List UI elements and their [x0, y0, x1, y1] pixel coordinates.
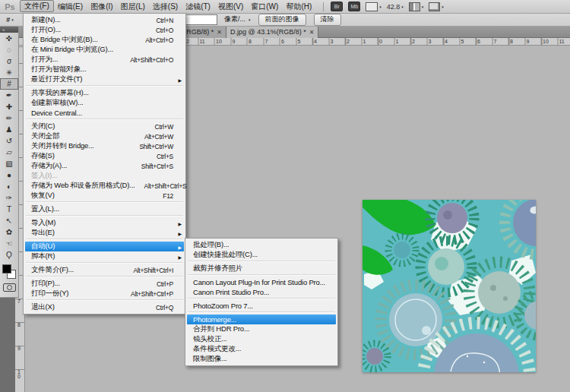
quick-selection-tool[interactable]: ✳: [0, 67, 18, 78]
menu-item[interactable]: 共享我的屏幕(H)...: [25, 88, 184, 98]
open-document-image[interactable]: [363, 200, 536, 372]
menu-item[interactable]: 创建新审核(W)...: [25, 98, 184, 108]
menu-item[interactable]: 裁剪并修齐照片: [187, 264, 336, 273]
menu-item[interactable]: Device Central...: [25, 108, 184, 118]
menu-item[interactable]: 在 Mini Bridge 中浏览(G)...: [25, 45, 184, 55]
close-icon[interactable]: ✕: [217, 29, 222, 36]
path-selection-tool[interactable]: ↖: [0, 215, 18, 226]
screen-mode-dropdown[interactable]: ▾: [429, 2, 444, 11]
menu-item[interactable]: 批处理(B)...: [187, 240, 336, 250]
menu-item[interactable]: 新建(N)...Ctrl+N: [25, 15, 184, 25]
menu-item[interactable]: 关闭全部Alt+Ctrl+W: [25, 131, 184, 141]
move-tool[interactable]: ✜: [0, 33, 18, 44]
zoom-level-dropdown[interactable]: 42.8 ▾: [387, 3, 404, 11]
dodge-tool[interactable]: ◐: [0, 181, 18, 192]
mini-bridge-icon[interactable]: Mb: [348, 2, 360, 11]
front-image-button[interactable]: 前面的图像: [258, 14, 306, 26]
menu-item[interactable]: 关闭(C)Ctrl+W: [25, 122, 184, 131]
menu-item[interactable]: 限制图像...: [187, 354, 336, 364]
menu-item[interactable]: 打开为...Alt+Shift+Ctrl+O: [25, 55, 184, 65]
menu-item[interactable]: 恢复(V)F12: [25, 191, 184, 201]
quick-mask-button[interactable]: [3, 283, 16, 292]
menu-item[interactable]: 打印(P)...Ctrl+P: [25, 279, 184, 289]
menu-item-shortcut: Ctrl+Q: [147, 304, 173, 311]
menu-item[interactable]: 自动(U)▶: [25, 242, 184, 251]
view-extras-icon: [366, 2, 378, 11]
menu-item[interactable]: 退出(X)Ctrl+Q: [25, 302, 184, 312]
toolbox-collapse-icon[interactable]: »: [0, 27, 18, 33]
menu-items: 文件(F)编辑(E)图像(I)图层(L)选择(S)滤镜(T)视图(V)窗口(W)…: [20, 0, 315, 13]
menubar-item[interactable]: 图像(I): [87, 0, 116, 13]
tool-preset-picker[interactable]: # ▾: [0, 16, 20, 24]
menu-item[interactable]: 打印一份(Y)Alt+Shift+Ctrl+P: [25, 289, 184, 299]
crop-tool[interactable]: #: [0, 78, 18, 90]
menu-item[interactable]: 打开为智能对象...: [25, 65, 184, 74]
clone-stamp-tool[interactable]: ♟: [0, 124, 18, 135]
menu-item[interactable]: Photomerge...: [187, 315, 336, 324]
menu-item[interactable]: 存储(S)Ctrl+S: [25, 151, 184, 161]
quick-selection-tool-icon: ✳: [6, 68, 12, 77]
menu-item[interactable]: 存储为 Web 和设备所用格式(D)...Alt+Shift+Ctrl+S: [25, 181, 184, 191]
menu-item[interactable]: 合并到 HDR Pro...: [187, 324, 336, 334]
shape-tool[interactable]: ✿: [0, 226, 18, 238]
brush-tool[interactable]: ✏: [0, 112, 18, 124]
blur-tool[interactable]: ●: [0, 169, 18, 181]
crop-width-input[interactable]: [181, 14, 217, 25]
menubar-item[interactable]: 编辑(E): [54, 0, 87, 13]
hand-tool[interactable]: ☜: [0, 238, 18, 249]
menubar-item[interactable]: 图层(L): [117, 0, 149, 13]
ruler-number: 5: [461, 39, 464, 44]
menu-item[interactable]: 置入(L)...: [25, 204, 184, 214]
lasso-tool[interactable]: σ: [0, 55, 18, 67]
marquee-tool[interactable]: ◌: [0, 44, 18, 55]
bridge-icon[interactable]: Br: [331, 2, 343, 11]
menu-item[interactable]: 打开(O)...Ctrl+O: [25, 25, 184, 35]
type-tool[interactable]: T: [0, 204, 18, 215]
blur-tool-icon: ●: [7, 171, 11, 179]
ruler-number: 4: [445, 39, 448, 44]
menubar-item[interactable]: 窗口(W): [247, 0, 282, 13]
menu-item[interactable]: 创建快捷批处理(C)...: [187, 250, 336, 260]
menu-item-label: 创建快捷批处理(C)...: [193, 250, 258, 260]
ruler-number: 11: [200, 39, 205, 44]
menu-separator: [26, 215, 183, 217]
menu-item[interactable]: 关闭并转到 Bridge...Shift+Ctrl+W: [25, 141, 184, 151]
menu-item[interactable]: 在 Bridge 中浏览(B)...Alt+Ctrl+O: [25, 35, 184, 45]
menu-item[interactable]: Canon Print Studio Pro...: [187, 287, 336, 297]
menubar-item[interactable]: 视图(V): [214, 0, 247, 13]
clear-button[interactable]: 清除: [314, 14, 341, 26]
lasso-tool-icon: σ: [7, 57, 11, 65]
zoom-tool[interactable]: Ϙ: [0, 249, 18, 261]
menubar-item[interactable]: 滤镜(T): [182, 0, 214, 13]
menu-item[interactable]: 最近打开文件(T)▶: [25, 74, 184, 84]
menu-item[interactable]: 条件模式更改...: [187, 344, 336, 354]
eraser-tool[interactable]: ▱: [0, 147, 18, 158]
ruler-number: 1: [363, 39, 366, 44]
menu-item[interactable]: 存储为(A)...Shift+Ctrl+S: [25, 161, 184, 171]
menubar-item[interactable]: 选择(S): [149, 0, 182, 13]
menu-item[interactable]: 文件简介(F)...Alt+Shift+Ctrl+I: [25, 265, 184, 275]
menu-item[interactable]: 脚本(R)▶: [25, 251, 184, 261]
document-tab[interactable]: D.jpg @ 43.1%(RGB/8) *✕: [226, 26, 318, 38]
menu-item[interactable]: 导入(M)▶: [25, 218, 184, 228]
crop-tool-icon: #: [7, 80, 11, 88]
menu-item[interactable]: 导出(E)▶: [25, 228, 184, 238]
healing-brush-tool[interactable]: ✚: [0, 101, 18, 112]
eyedropper-tool[interactable]: ✒: [0, 90, 18, 101]
menu-item-label: 退出(X): [31, 302, 55, 312]
history-brush-tool[interactable]: ↺: [0, 135, 18, 147]
menu-item[interactable]: Canon Layout Plug-In for Print Studio Pr…: [187, 277, 336, 287]
resolution-unit-dropdown[interactable]: 像素/... ▾: [224, 14, 251, 24]
view-extras-dropdown[interactable]: ▾: [366, 2, 382, 11]
menu-item[interactable]: PhotoZoom Pro 7...: [187, 301, 336, 311]
menu-item[interactable]: 镜头校正...: [187, 334, 336, 344]
pen-tool[interactable]: ✑: [0, 192, 18, 204]
submenu-arrow-icon: ▶: [178, 77, 182, 83]
close-icon[interactable]: ✕: [309, 29, 315, 36]
menubar-item[interactable]: 帮助(H): [282, 0, 315, 13]
color-swatches[interactable]: [0, 262, 18, 280]
foreground-color-swatch[interactable]: [2, 264, 11, 273]
menubar-item[interactable]: 文件(F): [20, 0, 54, 12]
arrange-documents-dropdown[interactable]: ▾: [409, 2, 424, 11]
gradient-tool[interactable]: ▧: [0, 158, 18, 169]
